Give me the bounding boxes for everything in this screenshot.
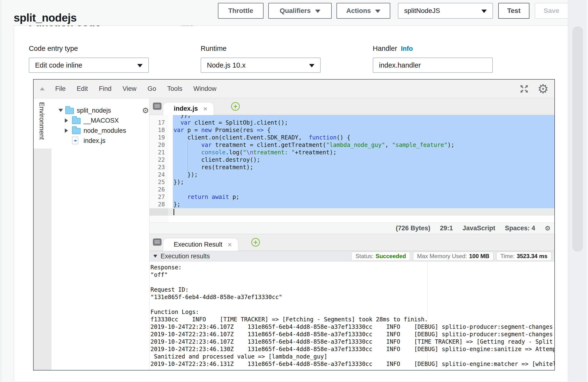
clipped-section-heading: Function code Info — [14, 26, 566, 29]
folder-icon — [72, 128, 81, 134]
editor-column: index.js × + 17181920212223242526272829 … — [149, 98, 554, 370]
menu-item-go[interactable]: Go — [147, 85, 156, 93]
page-title: split_nodejs — [14, 11, 77, 24]
code-line-21: console.log("\ntreatment: "+treatment); — [173, 149, 336, 156]
handler-input[interactable]: index.handler — [373, 57, 493, 73]
chevron-down-icon — [309, 64, 315, 67]
status-item-1[interactable]: 29:1 — [440, 225, 453, 232]
save-label: Save — [544, 7, 559, 15]
page-scrollbar[interactable] — [568, 0, 587, 382]
code-line-16: }); — [173, 115, 191, 119]
line-number: 20 — [149, 141, 165, 149]
cloud9-ide: FileEditFindViewGoToolsWindow ⚙ Environm… — [33, 79, 555, 370]
environment-tab-label: Environment — [38, 102, 46, 140]
badge-time-: Time:3523.34 ms — [496, 252, 551, 261]
tree-item-index-js[interactable]: ◂▸index.js — [51, 136, 149, 146]
runtime-label: Runtime — [201, 45, 227, 53]
save-button-disabled[interactable]: Save — [535, 3, 568, 19]
throttle-button[interactable]: Throttle — [218, 3, 264, 19]
alias-select[interactable]: splitNodeJS — [398, 3, 493, 19]
tree-item-label: __MACOSX — [84, 117, 119, 124]
line-number: 25 — [149, 179, 165, 186]
selection-highlight — [173, 115, 554, 119]
execution-log-area[interactable]: Response: "off" Request ID: "131e865f-6e… — [149, 262, 554, 370]
fullscreen-icon[interactable] — [519, 84, 529, 94]
handler-info-link[interactable]: Info — [401, 45, 413, 53]
menu-item-find[interactable]: Find — [99, 85, 112, 93]
new-tab-icon[interactable]: + — [251, 238, 260, 247]
menu-item-tools[interactable]: Tools — [167, 85, 182, 93]
collapse-results-icon[interactable] — [153, 255, 157, 258]
status-item-0: (726 Bytes) — [396, 225, 430, 232]
chevron-right-icon[interactable] — [65, 118, 68, 123]
chevron-down-icon[interactable] — [59, 109, 63, 112]
actions-label: Actions — [346, 7, 371, 15]
page-scrollbar-thumb[interactable] — [572, 26, 583, 252]
code-entry-type-value: Edit code inline — [35, 61, 82, 69]
environment-tab[interactable]: Environment — [34, 98, 51, 149]
info-link[interactable]: Info — [181, 26, 194, 28]
text-cursor — [173, 209, 174, 215]
menu-item-edit[interactable]: Edit — [77, 85, 88, 93]
line-number: 18 — [149, 127, 165, 134]
editor-tabbar: index.js × + — [149, 98, 554, 115]
line-number: 26 — [149, 186, 165, 193]
menu-item-window[interactable]: Window — [193, 85, 216, 93]
line-number: 19 — [149, 134, 165, 141]
selection-highlight — [173, 171, 554, 179]
ide-settings-gear-icon[interactable]: ⚙ — [537, 82, 549, 96]
tree-item-split-nodejs[interactable]: split_nodejs⚙ — [51, 105, 149, 115]
tree-item-label: split_nodejs — [77, 107, 111, 114]
throttle-label: Throttle — [228, 7, 253, 15]
runtime-select[interactable]: Node.js 10.x — [201, 57, 321, 73]
code-line-22: client.destroy(); — [173, 156, 260, 164]
line-number: 23 — [149, 164, 165, 171]
selection-highlight — [173, 201, 554, 208]
code-line-27: return await p; — [173, 193, 239, 201]
code-editor[interactable]: 17181920212223242526272829 }); var clien… — [149, 115, 554, 222]
actions-button[interactable]: Actions — [336, 3, 390, 19]
chevron-down-icon — [315, 10, 320, 13]
line-number: 22 — [149, 156, 165, 164]
tab-list-icon[interactable] — [153, 238, 162, 246]
qualifiers-label: Qualifiers — [280, 7, 311, 15]
new-tab-icon[interactable]: + — [231, 102, 240, 111]
tab-index-js[interactable]: index.js × — [163, 102, 214, 115]
folder-icon — [72, 118, 81, 124]
execution-results-label: Execution results — [161, 253, 210, 260]
folder-icon — [65, 108, 74, 114]
line-number: 24 — [149, 171, 165, 179]
menu-item-file[interactable]: File — [55, 85, 66, 93]
collapse-menubar-icon[interactable] — [40, 87, 45, 90]
page-left-rule — [1, 0, 1, 382]
runtime-value: Node.js 10.x — [207, 61, 246, 69]
test-button[interactable]: Test — [498, 3, 529, 19]
line-number: 21 — [149, 149, 165, 156]
editor-status-bar: (726 Bytes)29:1JavaScriptSpaces: 4⚙ — [149, 222, 554, 234]
code-line-24: }); — [173, 171, 198, 179]
code-entry-type-select[interactable]: Edit code inline — [29, 57, 149, 73]
tree-item--macosx[interactable]: __MACOSX — [51, 115, 149, 126]
ide-menubar: FileEditFindViewGoToolsWindow ⚙ — [34, 79, 554, 98]
code-line-23: res(treatment); — [173, 164, 253, 171]
tab-list-icon[interactable] — [153, 103, 162, 110]
tree-item-node-modules[interactable]: node_modules — [51, 126, 149, 136]
menu-item-view[interactable]: View — [123, 85, 137, 93]
badge-max-memory-used-: Max Memory Used:100 MB — [413, 252, 493, 261]
qualifiers-button[interactable]: Qualifiers — [268, 3, 332, 19]
editor-gutter: 17181920212223242526272829 — [149, 115, 168, 222]
selection-highlight — [173, 186, 554, 193]
status-item-3: Spaces: 4 — [505, 225, 535, 232]
chevron-right-icon[interactable] — [65, 129, 68, 133]
tree-item-label: node_modules — [84, 127, 126, 134]
code-line-25: }); — [173, 179, 184, 186]
editor-prefs-gear-icon[interactable]: ⚙ — [545, 225, 550, 232]
close-icon[interactable]: × — [228, 241, 232, 249]
tab-execution-result[interactable]: Execution Result × — [163, 238, 238, 251]
console-tabbar: Execution Result × + — [149, 234, 554, 251]
chevron-down-icon — [137, 64, 143, 67]
code-line-17: var client = SplitObj.client(); — [173, 119, 288, 127]
code-line-20: var treatment = client.getTreatment("lam… — [173, 141, 454, 149]
close-icon[interactable]: × — [203, 105, 208, 113]
file-tree: split_nodejs⚙__MACOSXnode_modules◂▸index… — [51, 98, 149, 370]
